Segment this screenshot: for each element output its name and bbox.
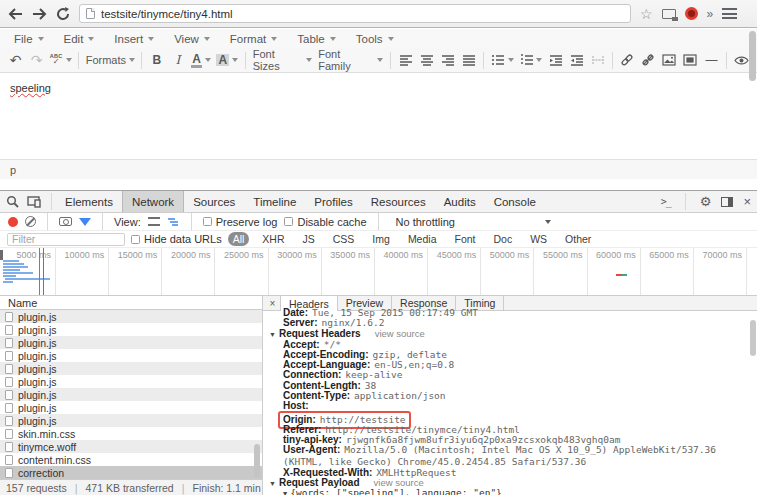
table-row[interactable]: content.min.css [0,453,262,466]
type-filter-all[interactable]: All [228,232,250,246]
filter-input[interactable] [7,233,125,246]
disable-cache-checkbox[interactable]: Disable cache [284,216,366,228]
table-row[interactable]: correction [0,466,262,479]
page-scrollbar-thumb[interactable] [749,31,756,81]
address-bar[interactable]: testsite/tinymce/tiny4.html [79,4,631,23]
align-left-button[interactable] [395,50,416,71]
type-filter-xhr[interactable]: XHR [257,232,289,246]
tab-network[interactable]: Network [122,191,184,212]
reload-icon[interactable] [56,7,70,21]
tab-elements[interactable]: Elements [56,191,122,212]
menu-table[interactable]: Table [287,29,346,48]
outdent-button[interactable] [545,50,566,71]
text-color-button[interactable]: A [188,50,213,71]
indent-button[interactable] [566,50,587,71]
table-row[interactable]: tinymce.woff [0,440,262,453]
tab-audits[interactable]: Audits [435,191,485,212]
table-row[interactable]: plugin.js [0,388,262,401]
triangle-down-icon[interactable]: ▼ [269,331,276,338]
insert-link-button[interactable] [617,50,638,71]
align-center-button[interactable] [416,50,437,71]
table-row[interactable]: skin.min.css [0,427,262,440]
triangle-down-icon[interactable]: ▼ [269,480,276,487]
insert-image-button[interactable] [659,50,680,71]
table-row[interactable]: plugin.js [0,349,262,362]
clear-icon[interactable] [25,216,36,227]
type-filter-media[interactable]: Media [403,232,442,246]
requests-scrollbar-thumb[interactable] [254,444,260,478]
dock-side-icon[interactable] [721,197,733,207]
type-filter-img[interactable]: Img [367,232,395,246]
tab-sources[interactable]: Sources [184,191,244,212]
tab-profiles[interactable]: Profiles [305,191,361,212]
record-button[interactable] [8,217,18,227]
table-row[interactable]: plugin.js [0,375,262,388]
redo-button[interactable]: ↷ [26,50,47,71]
menu-insert[interactable]: Insert [104,29,164,48]
bullet-list-button[interactable] [488,50,516,71]
table-row[interactable]: plugin.js [0,414,262,427]
console-drawer-icon[interactable]: >_ [661,196,671,207]
table-row[interactable]: plugin.js [0,310,262,323]
table-row[interactable]: plugin.js [0,401,262,414]
forward-icon[interactable] [32,8,47,20]
details-scrollbar-thumb[interactable] [750,320,756,356]
table-row[interactable]: plugin.js [0,323,262,336]
spellcheck-button[interactable]: ABC ✓ [47,50,74,71]
italic-button[interactable]: I [167,50,188,71]
align-right-button[interactable] [437,50,458,71]
waterfall-view-icon[interactable] [167,217,180,227]
close-icon[interactable]: × [743,194,751,209]
network-overview[interactable]: 5000 ms10000 ms15000 ms20000 ms25000 ms3… [0,248,757,296]
menu-file[interactable]: File [4,29,54,48]
insert-media-button[interactable] [680,50,701,71]
type-filter-doc[interactable]: Doc [489,232,518,246]
formats-dropdown[interactable]: Formats [83,50,137,71]
remove-link-button[interactable] [638,50,659,71]
inspect-element-icon[interactable] [6,195,19,208]
type-filter-font[interactable]: Font [449,232,480,246]
numbered-list-button[interactable] [517,50,545,71]
align-justify-button[interactable] [458,50,479,71]
throttling-dropdown[interactable]: No throttling [390,216,551,228]
menu-tools[interactable]: Tools [346,29,404,48]
hide-data-urls-checkbox[interactable]: Hide data URLs [131,233,222,245]
cast-icon[interactable] [662,9,676,19]
bookmark-star-icon[interactable]: ☆ [640,6,653,22]
preserve-log-checkbox[interactable]: Preserve log [203,216,278,228]
editor-content-area[interactable]: speeling [0,73,757,159]
tab-timeline[interactable]: Timeline [244,191,305,212]
background-color-button[interactable]: A [214,50,241,71]
type-filter-ws[interactable]: WS [525,232,552,246]
misspelled-word[interactable]: speeling [10,82,51,94]
tab-resources[interactable]: Resources [362,191,435,212]
extensions-overflow-icon[interactable]: » [707,7,714,21]
table-row[interactable]: plugin.js [0,336,262,349]
type-filter-css[interactable]: CSS [328,232,360,246]
undo-button[interactable]: ↶ [5,50,26,71]
bold-button[interactable]: B [146,50,167,71]
tab-console[interactable]: Console [485,191,545,212]
menu-edit[interactable]: Edit [54,29,105,48]
table-row[interactable]: plugin.js [0,362,262,375]
font-sizes-dropdown[interactable]: Font Sizes [250,50,316,71]
menu-icon[interactable] [722,8,737,19]
horizontal-rule-button[interactable]: — [701,50,722,71]
large-rows-icon[interactable] [148,217,160,226]
menu-format[interactable]: Format [220,29,287,48]
font-family-dropdown[interactable]: Font Family [315,50,386,71]
type-filter-other[interactable]: Other [560,232,596,246]
page-break-button[interactable] [587,50,608,71]
menu-view[interactable]: View [164,29,220,48]
triangle-down-icon[interactable]: ▼ [283,490,287,495]
element-path[interactable]: p [10,164,16,176]
name-column-header[interactable]: Name [0,296,262,310]
gear-icon[interactable]: ⚙ [700,194,712,209]
recorder-extension-icon[interactable] [685,7,698,20]
back-icon[interactable] [8,8,23,20]
device-toolbar-icon[interactable] [27,196,41,208]
screenshot-capture-icon[interactable] [59,217,72,226]
filter-icon[interactable] [79,218,91,226]
type-filter-js[interactable]: JS [298,232,320,246]
view-source-link[interactable]: view source [375,328,425,339]
